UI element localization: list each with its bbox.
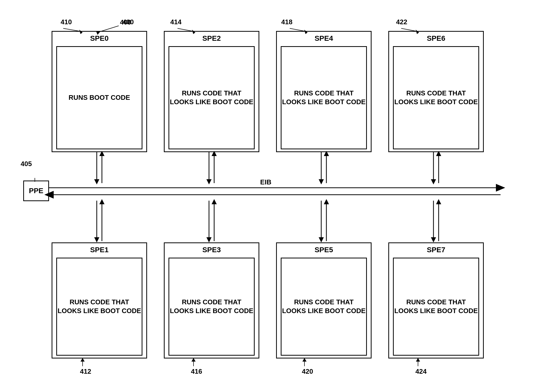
spe7-box: SPE7 RUNS CODE THAT LOOKS LIKE BOOT CODE xyxy=(388,242,484,358)
spe1-box: SPE1 RUNS CODE THAT LOOKS LIKE BOOT CODE xyxy=(52,242,147,358)
spe2-label: SPE2 xyxy=(202,32,221,44)
ref-400: 400 xyxy=(123,18,134,26)
spe5-box: SPE5 RUNS CODE THAT LOOKS LIKE BOOT CODE xyxy=(276,242,372,358)
svg-marker-34 xyxy=(324,199,329,204)
svg-marker-28 xyxy=(206,237,212,242)
svg-marker-44 xyxy=(81,358,85,362)
spe0-box: SPE0 RUNS BOOT CODE xyxy=(52,31,147,152)
svg-marker-46 xyxy=(191,358,196,362)
svg-marker-38 xyxy=(436,199,441,204)
spe1-content: RUNS CODE THAT LOOKS LIKE BOOT CODE xyxy=(56,258,142,356)
spe5-label: SPE5 xyxy=(315,243,333,256)
spe1-label: SPE1 xyxy=(90,243,109,256)
spe3-label: SPE3 xyxy=(202,243,221,256)
spe4-label: SPE4 xyxy=(315,32,333,44)
ppe-box: PPE xyxy=(23,181,49,201)
spe2-box: SPE2 RUNS CODE THAT LOOKS LIKE BOOT CODE xyxy=(164,31,259,152)
spe4-content: RUNS CODE THAT LOOKS LIKE BOOT CODE xyxy=(281,46,367,149)
spe7-content: RUNS CODE THAT LOOKS LIKE BOOT CODE xyxy=(393,258,479,356)
spe3-content: RUNS CODE THAT LOOKS LIKE BOOT CODE xyxy=(168,258,255,356)
spe3-box: SPE3 RUNS CODE THAT LOOKS LIKE BOOT CODE xyxy=(164,242,259,358)
spe0-content: RUNS BOOT CODE xyxy=(56,46,142,149)
svg-marker-50 xyxy=(416,358,420,362)
svg-marker-16 xyxy=(319,179,324,184)
spe4-box: SPE4 RUNS CODE THAT LOOKS LIKE BOOT CODE xyxy=(276,31,372,152)
svg-text:EIB: EIB xyxy=(260,178,271,186)
spe6-content: RUNS CODE THAT LOOKS LIKE BOOT CODE xyxy=(393,46,479,149)
ref-422: 422 xyxy=(396,18,407,26)
ref-424: 424 xyxy=(415,368,427,375)
spe6-box: SPE6 RUNS CODE THAT LOOKS LIKE BOOT CODE xyxy=(388,31,484,152)
svg-marker-24 xyxy=(94,237,99,242)
svg-marker-32 xyxy=(319,237,324,242)
svg-marker-30 xyxy=(212,199,217,204)
ref-412: 412 xyxy=(80,368,91,375)
svg-marker-26 xyxy=(99,199,104,204)
ppe-label: PPE xyxy=(29,187,43,195)
diagram-container: 400 410 414 418 422 412 416 420 424 405 … xyxy=(21,15,529,382)
svg-marker-48 xyxy=(302,358,307,362)
ref-414: 414 xyxy=(170,18,181,26)
ref-410: 410 xyxy=(61,18,72,26)
spe6-label: SPE6 xyxy=(427,32,445,44)
spe2-content: RUNS CODE THAT LOOKS LIKE BOOT CODE xyxy=(168,46,255,149)
svg-marker-20 xyxy=(431,179,436,184)
spe7-label: SPE7 xyxy=(427,243,445,256)
spe0-label: SPE0 xyxy=(90,32,109,44)
ref-405: 405 xyxy=(21,160,32,168)
svg-marker-12 xyxy=(206,179,212,184)
svg-marker-8 xyxy=(94,179,99,184)
ref-420: 420 xyxy=(302,368,313,375)
spe5-content: RUNS CODE THAT LOOKS LIKE BOOT CODE xyxy=(281,258,367,356)
ref-418: 418 xyxy=(281,18,292,26)
svg-marker-36 xyxy=(431,237,436,242)
ref-416: 416 xyxy=(191,368,202,375)
